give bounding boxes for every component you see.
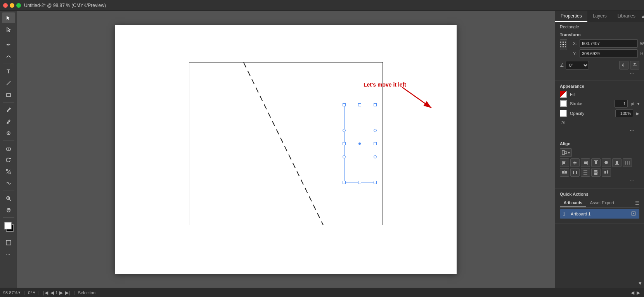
handle-inner-left-bottom[interactable]	[343, 155, 346, 158]
align-top-edges-btn[interactable]	[591, 158, 601, 167]
x-input[interactable]	[580, 39, 638, 48]
stroke-row[interactable]: Stroke pt ▾	[560, 100, 639, 108]
distribute-top-edges-btn[interactable]	[581, 168, 590, 177]
window-title: Untitled-2* @ 98.87 % (CMYK/Preview)	[24, 3, 106, 8]
handle-bottom-right[interactable]	[374, 181, 377, 184]
tab-layers[interactable]: Layers	[587, 11, 612, 22]
hand-tool[interactable]	[2, 205, 15, 215]
handle-top-left[interactable]	[343, 103, 346, 106]
change-screen-mode[interactable]	[2, 237, 15, 248]
foreground-color[interactable]	[4, 222, 12, 229]
curvature-tool[interactable]	[2, 51, 15, 62]
distribute-bottom-edges-btn[interactable]	[602, 168, 611, 177]
window-controls[interactable]	[3, 3, 21, 8]
align-bottom-edges-btn[interactable]	[612, 158, 621, 167]
transform-more[interactable]: ···	[560, 69, 639, 78]
handle-top-mid[interactable]	[358, 103, 361, 106]
transform-section: Transform X: W:	[555, 30, 644, 81]
blob-brush-tool[interactable]	[2, 128, 15, 139]
paintbrush-tool[interactable]	[2, 104, 15, 115]
svg-rect-41	[573, 171, 574, 174]
angle-row: ∠ 0°	[560, 61, 639, 69]
handle-inner-left-top[interactable]	[343, 129, 346, 132]
maximize-btn[interactable]	[16, 3, 21, 8]
tab-properties[interactable]: Properties	[555, 11, 587, 22]
fill-swatch[interactable]	[560, 91, 567, 98]
canvas-area[interactable]: Let's move it left	[17, 11, 555, 288]
first-artboard-btn[interactable]: |◀	[43, 290, 49, 295]
qa-tab-asset-export[interactable]: Asset Export	[586, 199, 618, 207]
align-right-edges-btn[interactable]	[581, 158, 590, 167]
angle-input[interactable]: 0°	[566, 61, 589, 69]
angle-dropdown-btn[interactable]: ▾	[33, 290, 35, 295]
zoom-dropdown-btn[interactable]: ▾	[18, 290, 21, 295]
align-header: Align	[560, 141, 639, 146]
zoom-tool[interactable]	[2, 193, 15, 204]
close-btn[interactable]	[3, 3, 8, 8]
color-swatches[interactable]	[2, 220, 15, 233]
align-left-edges-btn[interactable]	[560, 158, 569, 167]
fill-row[interactable]: Fill	[560, 91, 639, 98]
artboard-nav: |◀ ◀ 1 ▶ ▶|	[43, 290, 71, 295]
opacity-expand-btn[interactable]: ▶	[636, 111, 639, 116]
svg-rect-14	[6, 240, 11, 245]
last-artboard-btn[interactable]: ▶|	[64, 290, 71, 295]
rotate-tool[interactable]	[2, 155, 15, 165]
handle-top-right[interactable]	[374, 103, 377, 106]
status-back-btn[interactable]: ◀	[630, 290, 635, 295]
quick-actions-more-btn[interactable]: ☰	[635, 200, 639, 206]
minimize-btn[interactable]	[10, 3, 14, 8]
align-section: Align ▾	[555, 138, 644, 189]
svg-line-0	[7, 81, 10, 85]
svg-rect-42	[576, 171, 577, 174]
stroke-value-input[interactable]	[615, 100, 628, 108]
handle-mid-left[interactable]	[343, 142, 346, 145]
qa-tab-artboards[interactable]: Artboards	[560, 199, 586, 207]
type-tool[interactable]: T	[2, 66, 15, 77]
y-input[interactable]	[580, 49, 638, 58]
align-horizontal-centers-btn[interactable]	[570, 158, 580, 167]
svg-rect-34	[616, 161, 618, 164]
line-tool[interactable]	[2, 78, 15, 89]
opacity-input[interactable]	[615, 109, 633, 117]
artboard-edit-btn[interactable]	[631, 211, 636, 217]
rectangle-tool[interactable]	[2, 89, 15, 100]
direct-selection-tool[interactable]	[2, 24, 15, 35]
align-to-dropdown[interactable]: ▾	[560, 148, 572, 157]
status-forward-btn[interactable]: ▶	[636, 290, 641, 295]
current-tool-display: Selection	[78, 290, 95, 295]
handle-bottom-mid[interactable]	[358, 181, 361, 184]
appearance-more[interactable]: ···	[560, 126, 639, 135]
more-tools[interactable]: ···	[2, 249, 15, 260]
warp-tool[interactable]	[2, 178, 15, 189]
selection-tool[interactable]	[2, 12, 15, 23]
distribute-vertical-centers-btn[interactable]	[591, 168, 601, 177]
pen-tool[interactable]: ✒	[2, 39, 15, 50]
distribute-horizontal-centers-btn[interactable]	[560, 168, 569, 177]
handle-mid-right[interactable]	[374, 142, 377, 145]
align-more[interactable]: ···	[560, 177, 639, 185]
pencil-tool[interactable]	[2, 116, 15, 127]
handle-inner-right-bottom[interactable]	[374, 155, 377, 158]
distribute-left-edges-btn[interactable]	[623, 158, 632, 167]
prev-artboard-btn[interactable]: ◀	[50, 290, 55, 295]
panel-collapse-top[interactable]: ▲	[641, 14, 644, 19]
tab-libraries[interactable]: Libraries	[612, 11, 641, 22]
handle-inner-right-top[interactable]	[374, 129, 377, 132]
align-vertical-centers-btn[interactable]	[602, 158, 611, 167]
stroke-swatch[interactable]	[560, 100, 567, 107]
distribute-right-edges-btn[interactable]	[570, 168, 580, 177]
transform-grid-icon[interactable]	[560, 39, 567, 50]
eraser-tool[interactable]	[2, 143, 15, 154]
stroke-expand-btn[interactable]: ▾	[637, 102, 639, 106]
handle-bottom-left[interactable]	[343, 181, 346, 184]
panel-bottom-collapse[interactable]: ▼	[555, 279, 644, 288]
flip-horizontal-btn[interactable]	[619, 61, 628, 69]
scale-tool[interactable]	[2, 166, 15, 177]
flip-vertical-btn[interactable]	[630, 61, 639, 69]
selected-rectangle[interactable]	[344, 105, 375, 182]
opacity-row[interactable]: Opacity ▶	[560, 109, 639, 117]
fx-row[interactable]: fx	[560, 119, 639, 126]
artboard-row[interactable]: 1 Artboard 1	[560, 209, 639, 219]
next-artboard-btn[interactable]: ▶	[59, 290, 64, 295]
